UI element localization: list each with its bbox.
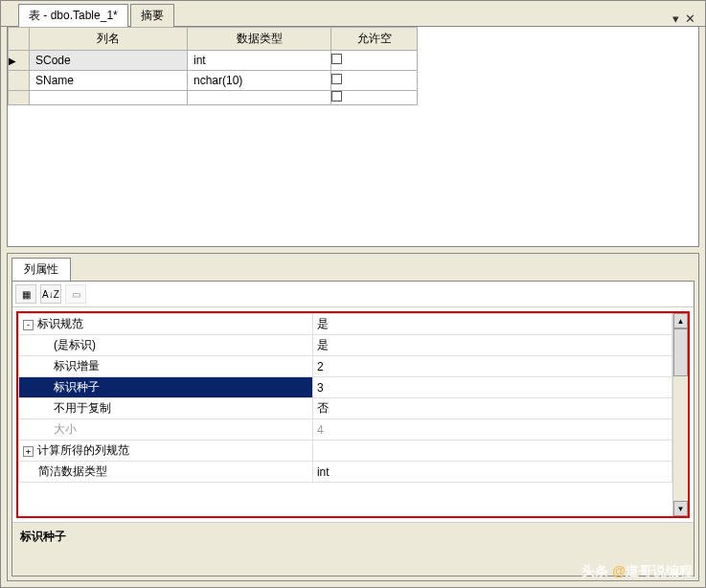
property-value[interactable]: 2 <box>312 356 672 377</box>
property-name: 标识规范 <box>37 317 83 330</box>
header-data-type: 数据类型 <box>188 28 331 51</box>
checkbox[interactable] <box>331 91 342 102</box>
property-row[interactable]: -标识规范是 <box>19 314 672 335</box>
scroll-down-icon[interactable]: ▼ <box>673 501 688 516</box>
vertical-scrollbar[interactable]: ▲ ▼ <box>672 313 688 516</box>
property-name: 简洁数据类型 <box>38 464 107 478</box>
cell-column-name[interactable]: SCode <box>30 51 188 71</box>
window-dropdown-icon[interactable]: ▾ <box>672 11 679 26</box>
close-icon[interactable]: ✕ <box>685 11 695 26</box>
property-name: 标识增量 <box>54 359 100 373</box>
property-row[interactable]: 大小4 <box>19 419 672 441</box>
property-name: 计算所得的列规范 <box>37 443 129 457</box>
cell-allow-null[interactable] <box>331 51 418 71</box>
property-row[interactable]: +计算所得的列规范 <box>19 441 672 462</box>
column-designer-grid: 列名 数据类型 允许空 ▶SCodeintSNamenchar(10) <box>7 27 699 247</box>
scroll-up-icon[interactable]: ▲ <box>673 313 688 328</box>
cell-data-type[interactable]: int <box>188 51 331 71</box>
property-row[interactable]: 简洁数据类型int <box>19 462 672 483</box>
expand-icon[interactable]: + <box>23 446 34 457</box>
property-toolbar: ▦ A↓Z ▭ <box>12 282 694 307</box>
property-value[interactable]: 是 <box>312 314 672 335</box>
property-row[interactable]: 标识增量2 <box>19 356 672 377</box>
tab-summary[interactable]: 摘要 <box>130 4 174 27</box>
cell-allow-null[interactable] <box>331 91 418 105</box>
header-allow-null: 允许空 <box>331 28 418 51</box>
property-row[interactable]: (是标识)是 <box>19 335 672 356</box>
tab-column-properties[interactable]: 列属性 <box>11 258 71 281</box>
property-row[interactable]: 不用于复制否 <box>19 398 672 419</box>
property-value[interactable] <box>312 441 672 462</box>
cell-column-name[interactable] <box>30 91 188 105</box>
property-value[interactable]: 是 <box>312 335 672 356</box>
property-name: 大小 <box>54 422 77 436</box>
scroll-thumb[interactable] <box>673 328 688 376</box>
property-row[interactable]: 标识种子3 <box>19 377 672 398</box>
cell-allow-null[interactable] <box>331 71 418 91</box>
property-value[interactable]: 3 <box>312 377 672 398</box>
property-name: (是标识) <box>54 338 96 351</box>
alphabetical-button[interactable]: A↓Z <box>40 284 61 304</box>
watermark: 头条 @道哥说编程 <box>581 563 693 580</box>
property-value[interactable]: 否 <box>312 398 672 419</box>
cell-data-type[interactable] <box>188 91 331 105</box>
property-pane: 列属性 ▦ A↓Z ▭ -标识规范是(是标识)是标识增量2标识种子3不用于复制否… <box>7 253 699 581</box>
cell-column-name[interactable]: SName <box>30 71 188 91</box>
header-column-name: 列名 <box>30 28 188 51</box>
property-grid-highlight: -标识规范是(是标识)是标识增量2标识种子3不用于复制否大小4+计算所得的列规范… <box>16 311 690 518</box>
table-row[interactable]: SNamenchar(10) <box>9 71 418 91</box>
property-grid[interactable]: -标识规范是(是标识)是标识增量2标识种子3不用于复制否大小4+计算所得的列规范… <box>18 313 672 516</box>
property-name: 标识种子 <box>54 380 100 394</box>
property-pages-button[interactable]: ▭ <box>65 284 86 304</box>
property-name: 不用于复制 <box>54 401 111 415</box>
expand-icon[interactable]: - <box>23 320 34 330</box>
property-value[interactable]: 4 <box>312 419 672 441</box>
table-row[interactable] <box>9 91 418 105</box>
row-selector-icon: ▶ <box>9 56 16 66</box>
table-row[interactable]: ▶SCodeint <box>9 51 418 71</box>
categorized-button[interactable]: ▦ <box>15 284 36 304</box>
checkbox[interactable] <box>331 54 342 64</box>
checkbox[interactable] <box>331 74 342 84</box>
tab-bar: 表 - dbo.Table_1* 摘要 ▾ ✕ <box>1 1 705 27</box>
cell-data-type[interactable]: nchar(10) <box>188 71 331 91</box>
property-value[interactable]: int <box>312 462 672 483</box>
tab-table-designer[interactable]: 表 - dbo.Table_1* <box>18 4 128 27</box>
